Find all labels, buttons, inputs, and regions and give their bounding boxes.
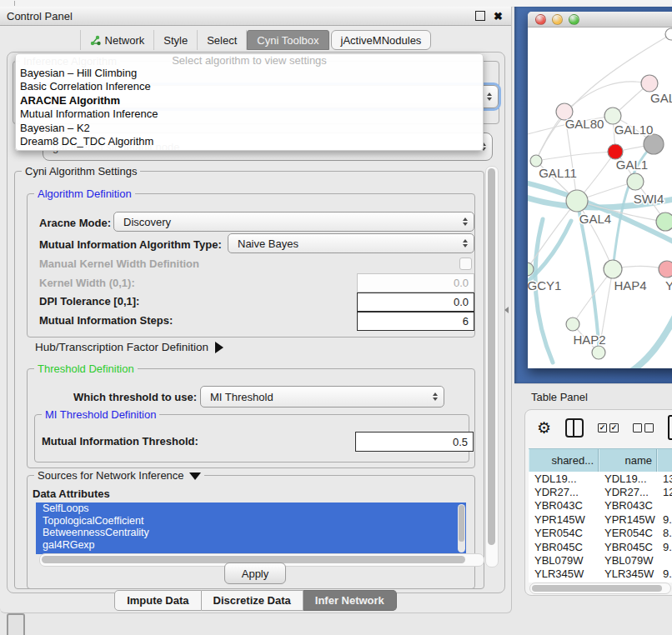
algorithm-option-bayesian-hill-climbing[interactable]: Bayesian – Hill Climbing xyxy=(16,67,483,80)
mi-threshold-field[interactable]: 0.5 xyxy=(355,432,474,452)
apply-button[interactable]: Apply xyxy=(224,562,286,584)
mac-zoom-icon[interactable] xyxy=(569,14,579,25)
network-canvas[interactable]: GALGAL80GAL10GAL1GAL11SWI4GAL4GCY1HAP4YH… xyxy=(528,28,672,368)
which-threshold-label: Which threshold to use: xyxy=(73,391,197,403)
document-icon[interactable] xyxy=(668,415,672,440)
mac-minimize-icon[interactable] xyxy=(552,14,563,25)
control-panel-tabs: NetworkStyleSelectCyni ToolboxjActiveMNo… xyxy=(0,30,511,50)
aracne-mode-combo[interactable]: Discovery xyxy=(113,212,474,232)
mi-steps-field[interactable]: 6 xyxy=(357,312,474,331)
table-row[interactable]: YDL19...YDL19...13 xyxy=(529,472,672,485)
network-node[interactable] xyxy=(627,173,644,190)
table-row[interactable]: YBR045CYBR045C9. xyxy=(529,540,672,553)
network-edge[interactable] xyxy=(632,311,672,368)
table-horizontal-scrollbar[interactable] xyxy=(529,582,671,594)
tab-discretize-data[interactable]: Discretize Data xyxy=(202,590,303,611)
algorithm-definition-title: Algorithm Definition xyxy=(34,188,135,200)
table-cell: YER054C xyxy=(529,527,599,539)
node-label-gal80: GAL80 xyxy=(565,117,604,131)
tab-network[interactable]: Network xyxy=(80,30,155,50)
network-node[interactable] xyxy=(665,28,672,40)
mi-steps-label: Mutual Information Steps: xyxy=(39,314,173,327)
network-node[interactable] xyxy=(644,134,664,154)
tab-select[interactable]: Select xyxy=(198,30,247,50)
mi-threshold-group-title: MI Threshold Definition xyxy=(42,408,159,421)
deselect-all-checkboxes-icon[interactable] xyxy=(633,423,654,432)
attribute-item-topologicalcoefficient[interactable]: TopologicalCoefficient xyxy=(36,515,466,528)
table-cell: YDL19... xyxy=(599,472,657,485)
network-node[interactable] xyxy=(604,260,622,278)
which-threshold-value: MI Threshold xyxy=(210,391,273,403)
gear-icon[interactable]: ⚙ xyxy=(537,419,551,438)
data-attributes-list[interactable]: SelfLoopsTopologicalCoefficientBetweenne… xyxy=(36,502,466,554)
table-cell: 9. xyxy=(657,541,672,553)
table-row[interactable]: YLR345WYLR345W9. xyxy=(529,568,672,581)
tab-jactivemnodules[interactable]: jActiveMNodules xyxy=(331,30,432,50)
network-node[interactable] xyxy=(656,212,672,231)
tab-style[interactable]: Style xyxy=(154,30,198,50)
tab-cyni-toolbox[interactable]: Cyni Toolbox xyxy=(247,30,328,50)
table-cell: YLR345W xyxy=(529,568,599,580)
node-label-gcy1: GCY1 xyxy=(528,278,561,292)
tab-label: Style xyxy=(163,34,188,47)
table-cell: YBL079W xyxy=(529,554,599,567)
algorithm-option-bayesian-k2[interactable]: Bayesian – K2 xyxy=(16,122,483,135)
tab-impute-data[interactable]: Impute Data xyxy=(114,590,201,611)
network-node[interactable] xyxy=(530,155,542,167)
table-row[interactable]: YBL079WYBL079W xyxy=(529,553,672,567)
mi-type-combo[interactable]: Naive Bayes xyxy=(228,233,474,253)
sources-group-title[interactable]: Sources for Network Inference xyxy=(34,469,204,482)
scrollbar-thumb[interactable] xyxy=(488,168,495,545)
close-icon[interactable]: ✖ xyxy=(494,10,503,22)
network-node[interactable] xyxy=(604,108,621,124)
dpi-tolerance-field[interactable]: 0.0 xyxy=(357,292,474,312)
aracne-mode-label: Aracne Mode: xyxy=(39,217,111,229)
settings-vertical-scrollbar[interactable] xyxy=(485,166,499,568)
column-header-col2[interactable] xyxy=(657,449,672,472)
table-row[interactable]: YDR27...YDR27...12 xyxy=(529,485,672,498)
table-rows[interactable]: YDL19...YDL19...13YDR27...YDR27...12YBR0… xyxy=(529,472,672,582)
hub-definition-toggle[interactable]: Hub/Transcription Factor Definition xyxy=(35,341,223,353)
network-window-titlebar[interactable] xyxy=(528,12,672,28)
select-all-checkboxes-icon[interactable]: ✓✓ xyxy=(598,423,619,432)
algorithm-option-mutual-information-inference[interactable]: Mutual Information Inference xyxy=(16,108,483,121)
which-threshold-combo[interactable]: MI Threshold xyxy=(200,386,444,408)
node-label-y: Y xyxy=(665,278,672,292)
network-edge[interactable] xyxy=(564,82,649,112)
table-row[interactable]: YBR043CYBR043C xyxy=(529,499,672,512)
attribute-item-betweennesscentrality[interactable]: BetweennessCentrality xyxy=(36,527,466,539)
tab-label: Network xyxy=(105,34,145,47)
network-edge[interactable] xyxy=(536,152,615,161)
float-window-icon[interactable] xyxy=(475,11,485,21)
algorithm-option-dream8-dc-tdc-algorithm[interactable]: Dream8 DC_TDC Algorithm xyxy=(16,135,483,148)
splitter-arrow-icon[interactable] xyxy=(504,307,509,313)
algorithm-option-aracne-algorithm[interactable]: ARACNE Algorithm xyxy=(16,94,483,108)
node-label-hap2: HAP2 xyxy=(573,332,605,347)
table-panel-title: Table Panel xyxy=(514,391,588,403)
table-cell: 8. xyxy=(657,527,672,539)
list-scrollbar[interactable] xyxy=(458,504,465,552)
tab-infer-network[interactable]: Infer Network xyxy=(303,590,397,611)
table-row[interactable]: YER054CYER054C8. xyxy=(529,527,672,540)
network-node[interactable] xyxy=(566,318,579,331)
table-header-row[interactable]: shared...name xyxy=(529,448,672,472)
network-graph[interactable]: GALGAL80GAL10GAL1GAL11SWI4GAL4GCY1HAP4YH… xyxy=(528,28,672,368)
columns-icon[interactable] xyxy=(565,418,584,438)
kernel-width-field[interactable]: 0.0 xyxy=(357,273,474,292)
attribute-item-gal4rgexp[interactable]: gal4RGexp xyxy=(36,539,466,552)
table-row[interactable]: YPR145WYPR145W9. xyxy=(529,512,672,526)
control-panel-window: Control Panel ✖ NetworkStyleSelectCyni T… xyxy=(0,7,512,613)
table-cell: YBL079W xyxy=(599,554,657,567)
algorithm-option-basic-correlation-inference[interactable]: Basic Correlation Inference xyxy=(16,80,483,93)
column-header-shared[interactable]: shared... xyxy=(529,449,599,472)
scrollbar-thumb[interactable] xyxy=(532,585,662,592)
manual-kernel-checkbox[interactable] xyxy=(459,258,472,270)
network-node[interactable] xyxy=(566,190,588,212)
network-node[interactable] xyxy=(641,75,658,92)
network-node[interactable] xyxy=(659,261,672,278)
collapsed-panel-icon[interactable] xyxy=(7,613,25,635)
mac-close-icon[interactable] xyxy=(535,14,546,25)
attribute-item-selfloops[interactable]: SelfLoops xyxy=(36,502,466,515)
column-header-name[interactable]: name xyxy=(599,449,657,472)
network-node[interactable] xyxy=(592,346,605,359)
